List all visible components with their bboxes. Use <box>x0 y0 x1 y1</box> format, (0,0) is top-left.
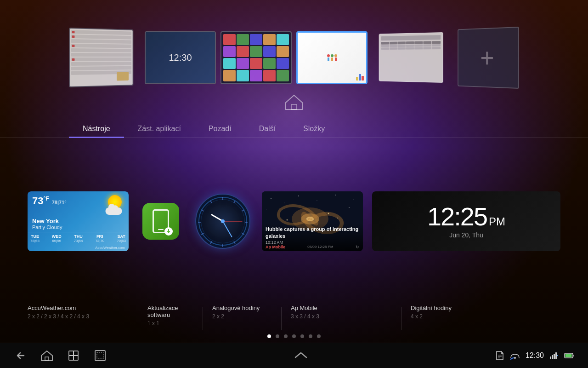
page-dot-4[interactable] <box>292 334 296 338</box>
divider-3 <box>281 307 282 330</box>
status-right: 12:30 <box>495 351 574 361</box>
widget-label-clock-size: 2 x 2 <box>212 313 272 320</box>
widget-label-news-size: 3 x 3 / 4 x 3 <box>291 313 392 320</box>
digital-clock-date: Jun 20, Thu <box>449 231 483 239</box>
page-dot-5[interactable] <box>300 334 304 338</box>
news-overlay: Hubble captures a group of interacting g… <box>262 223 363 251</box>
tab-slozky[interactable]: Složky <box>289 120 339 138</box>
screen-thumb-3[interactable] <box>220 31 292 84</box>
widget-label-digital-name: Digitální hodiny <box>411 305 560 311</box>
document-icon <box>495 351 504 361</box>
plus-icon: + <box>480 44 494 71</box>
widget-label-news-name: Ap Mobile <box>291 305 392 311</box>
recents-button[interactable] <box>67 349 80 362</box>
svg-rect-32 <box>565 354 571 357</box>
page-dot-3[interactable] <box>284 334 288 338</box>
divider-2 <box>203 307 203 330</box>
home-button[interactable] <box>40 349 53 362</box>
tab-zast-aplikaci[interactable]: Zást. aplikací <box>124 120 195 138</box>
widget-area: 73°F 78|71° New York Partly Cloudy TUE78… <box>0 138 588 300</box>
svg-rect-22 <box>97 352 103 359</box>
add-screen-button[interactable]: + <box>458 27 519 89</box>
widget-labels-area: AccuWeather.com 2 x 2 / 2 x 3 / 4 x 2 / … <box>0 305 588 330</box>
svg-point-3 <box>285 203 285 203</box>
digital-clock-time: 12:25 <box>427 204 487 230</box>
status-bar: 12:30 <box>0 343 588 368</box>
screen-thumb-5[interactable] <box>379 32 443 83</box>
widget-label-weather-name: AccuWeather.com <box>28 305 129 311</box>
page-dot-7[interactable] <box>317 334 321 338</box>
tab-pozadi[interactable]: Pozadí <box>195 120 245 138</box>
widget-accuweather[interactable]: 73°F 78|71° New York Partly Cloudy TUE78… <box>28 191 129 251</box>
svg-rect-28 <box>552 355 553 359</box>
nav-icons <box>14 349 107 362</box>
widget-label-weather: AccuWeather.com 2 x 2 / 2 x 3 / 4 x 2 / … <box>28 305 129 320</box>
widget-label-sw-size: 1 x 1 <box>147 320 193 327</box>
svg-point-8 <box>266 210 267 210</box>
svg-rect-30 <box>555 352 557 359</box>
clock-second-hand <box>223 221 242 222</box>
screen-thumb-1[interactable] <box>69 28 133 87</box>
screenshot-button[interactable] <box>94 349 107 362</box>
page-dot-1[interactable] <box>267 334 271 338</box>
widget-label-clock: Analogové hodiny 2 x 2 <box>212 305 272 320</box>
news-time: 10:12 AM <box>266 240 359 245</box>
widget-label-digital-size: 4 x 2 <box>411 313 560 320</box>
svg-point-2 <box>271 198 271 199</box>
weather-city: New York <box>28 218 129 224</box>
svg-rect-29 <box>554 354 555 359</box>
svg-point-4 <box>298 196 299 196</box>
weather-forecast: TUE78|68 WED66|56 THU73|54 FRI72|70 SAT7… <box>28 232 129 245</box>
svg-rect-27 <box>550 356 551 359</box>
news-source-name: Ap Mobile <box>266 245 285 249</box>
back-button[interactable] <box>14 349 27 362</box>
widget-label-news: Ap Mobile 3 x 3 / 4 x 3 <box>291 305 392 320</box>
battery-icon <box>564 352 574 359</box>
page-dot-6[interactable] <box>309 334 312 338</box>
svg-point-26 <box>514 357 516 359</box>
svg-point-5 <box>317 201 317 201</box>
page-dots <box>0 330 588 343</box>
svg-point-13 <box>328 213 329 214</box>
svg-rect-19 <box>69 356 74 360</box>
status-time: 12:30 <box>526 351 544 360</box>
tab-dalsi[interactable]: Další <box>245 120 289 138</box>
screen-switcher: 12:30 <box>0 0 588 115</box>
svg-rect-17 <box>69 351 74 356</box>
widget-label-sw: Aktualizace softwaru 1 x 1 <box>147 305 193 327</box>
svg-rect-20 <box>74 356 78 360</box>
divider-1 <box>138 307 138 330</box>
screen-thumb-4[interactable] <box>296 31 368 84</box>
weather-condition: Partly Cloudy <box>28 224 129 230</box>
home-indicator-switcher <box>285 94 303 110</box>
news-headline: Hubble captures a group of interacting g… <box>266 226 359 239</box>
signal-icon <box>549 352 559 359</box>
widget-label-digital: Digitální hodiny 4 x 2 <box>411 305 560 320</box>
svg-point-7 <box>354 200 354 200</box>
svg-point-14 <box>337 218 338 218</box>
digital-clock-ampm: PM <box>489 215 505 228</box>
svg-rect-18 <box>74 351 78 356</box>
divider-4 <box>401 307 401 330</box>
page-dot-2[interactable] <box>276 334 279 338</box>
svg-rect-0 <box>291 104 297 109</box>
weather-footer: AccuWeather.com <box>28 245 129 251</box>
svg-rect-16 <box>45 357 49 361</box>
widget-ap-mobile[interactable]: Hubble captures a group of interacting g… <box>262 191 363 251</box>
widget-label-weather-size: 2 x 2 / 2 x 3 / 4 x 2 / 4 x 3 <box>28 313 129 320</box>
clock-center-dot <box>221 219 225 223</box>
svg-point-6 <box>335 195 336 196</box>
widget-label-sw-name: Aktualizace softwaru <box>147 305 193 318</box>
news-date: 05/09 12:25 PM <box>307 245 333 249</box>
widget-sw-update[interactable] <box>138 198 184 244</box>
main-container: 12:30 <box>0 0 588 368</box>
svg-point-15 <box>287 219 288 221</box>
widget-analog-clock[interactable] <box>193 191 253 251</box>
cast-icon <box>510 351 520 360</box>
bottom-chevron[interactable] <box>292 351 310 360</box>
weather-temp: 73°F 78|71° <box>32 195 67 207</box>
screen-thumb-2[interactable]: 12:30 <box>145 31 216 84</box>
widget-digital-clock[interactable]: 12:25 PM Jun 20, Thu <box>372 191 560 251</box>
tabs-bar: Nástroje Zást. aplikací Pozadí Další Slo… <box>0 115 588 138</box>
tab-nastroje[interactable]: Nástroje <box>69 120 124 138</box>
